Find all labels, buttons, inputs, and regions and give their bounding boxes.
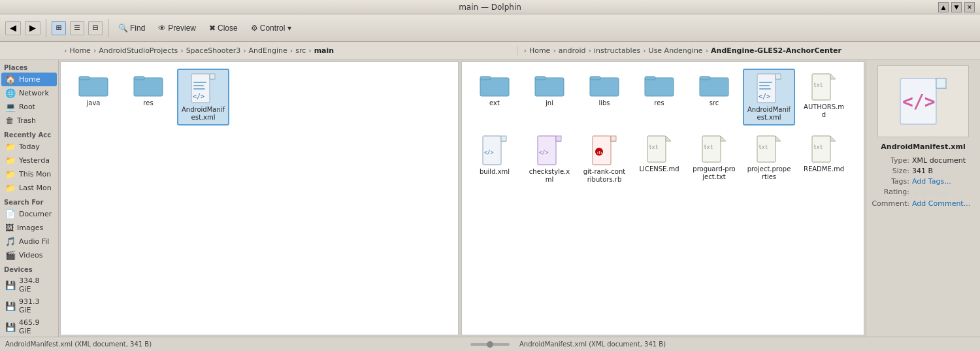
file-item-proguard[interactable]: txt proguard-project.txt [688, 131, 740, 188]
svg-text:</>: </> [484, 150, 494, 156]
androidmanifest-right-name: AndroidManifest.xml [747, 106, 791, 122]
toolbar-separator-1 [46, 19, 46, 37]
rsep2: › [589, 46, 591, 55]
file-item-java[interactable]: java [67, 69, 120, 125]
preview-comment-link[interactable]: Add Comment... [912, 199, 970, 208]
file-item-authors[interactable]: txt AUTHORS.md [798, 69, 850, 125]
find-button[interactable]: 🔍 Find [114, 21, 150, 35]
svg-text:</>: </> [539, 150, 549, 156]
zoom-slider-thumb[interactable] [487, 341, 493, 348]
sidebar-item-dev1[interactable]: 💾 334.8 GiE [1, 275, 57, 295]
file-item-buildxml[interactable]: </> build.xml [468, 131, 521, 188]
preview-label: Preview [168, 24, 196, 33]
breadcrumb-androidstudioprojects[interactable]: AndroidStudioProjects [99, 46, 178, 55]
sidebar-item-audio[interactable]: 🎵 Audio Fil [1, 235, 57, 248]
java-folder-icon [78, 73, 109, 97]
control-icon: ⚙ [251, 24, 258, 33]
sidebar-scroll[interactable]: Places 🏠 Home 🌐 Network 💻 Root 🗑 Trash R… [0, 60, 58, 337]
svg-rect-1 [79, 76, 90, 80]
src-right-name: src [710, 99, 719, 107]
file-item-androidmanifest-right[interactable]: </> AndroidManifest.xml [743, 69, 795, 125]
breadcrumb-r-andengine-gles2[interactable]: AndEngine-GLES2-AnchorCenter [711, 46, 841, 55]
svg-rect-13 [535, 78, 564, 96]
sidebar-item-network[interactable]: 🌐 Network [1, 86, 57, 100]
minimize-button[interactable]: ▲ [938, 2, 949, 12]
preview-panel: </> AndroidManifest.xml Type: XML docume… [866, 60, 980, 337]
sidebar-documents-label: Documer [19, 210, 52, 218]
svg-text:txt: txt [813, 144, 823, 150]
preview-type-value: XML document [912, 156, 966, 165]
svg-text:</>: </> [759, 93, 770, 100]
file-item-properties[interactable]: txt project.properties [743, 131, 795, 188]
file-item-license[interactable]: txt LICENSE.md [633, 131, 685, 188]
breadcrumb-r-android[interactable]: android [559, 46, 586, 55]
preview-comment-label: Comment: [872, 199, 909, 208]
breadcrumb-r-useandengine[interactable]: Use Andengine [649, 46, 703, 55]
breadcrumb-andengine[interactable]: AndEngine [249, 46, 287, 55]
file-item-res[interactable]: res [122, 69, 174, 125]
control-button[interactable]: ⚙ Control ▾ [246, 21, 296, 35]
network-icon: 🌐 [5, 88, 16, 98]
gitrank-icon: rb [591, 135, 617, 166]
sidebar-item-today[interactable]: 📁 Today [1, 140, 57, 154]
preview-stars[interactable]: ☆☆☆☆☆ [912, 188, 950, 197]
main-layout: Places 🏠 Home 🌐 Network 💻 Root 🗑 Trash R… [0, 60, 980, 337]
maximize-button[interactable]: ▼ [951, 2, 962, 12]
file-item-readme[interactable]: txt README.md [798, 131, 850, 188]
file-item-jni[interactable]: jni [523, 69, 576, 125]
sidebar-item-documents[interactable]: 📄 Documer [1, 207, 57, 221]
breadcrumb-root-sep-left: › [64, 46, 67, 55]
sidebar-item-lastmon[interactable]: 📁 Last Mon [1, 181, 57, 195]
sidebar-item-thismon[interactable]: 📁 This Mon [1, 167, 57, 181]
file-item-ext[interactable]: ext [468, 69, 521, 125]
breadcrumb-src[interactable]: src [295, 46, 306, 55]
sidebar-root-label: Root [19, 103, 35, 111]
buildxml-icon: </> [482, 135, 508, 166]
breadcrumb-main[interactable]: main [314, 46, 335, 55]
androidmanifest-xml-icon-right: </> [756, 73, 782, 104]
toolbar-separator-2 [108, 19, 108, 37]
svg-rect-41 [611, 136, 616, 141]
file-item-res-right[interactable]: res [633, 69, 685, 125]
close-file-button[interactable]: ✖ Close [204, 21, 242, 35]
back-button[interactable]: ◀ [5, 21, 21, 35]
breadcrumb-r-home[interactable]: Home [529, 46, 550, 55]
sidebar-item-trash[interactable]: 🗑 Trash [1, 114, 57, 127]
sidebar-item-dev3[interactable]: 💾 465.9 GiE [1, 316, 57, 337]
left-file-panel[interactable]: java res [60, 61, 459, 335]
sep2: › [180, 46, 183, 55]
libs-folder-icon [589, 73, 620, 97]
breadcrumb-r-instructables[interactable]: instructables [594, 46, 640, 55]
statusbar-right-text: AndroidManifest.xml (XML document, 341 B… [519, 341, 975, 348]
forward-button[interactable]: ▶ [25, 21, 41, 35]
sidebar-item-root[interactable]: 💻 Root [1, 100, 57, 114]
sidebar-item-videos[interactable]: 🎬 Videos [1, 248, 57, 262]
preview-tags-link[interactable]: Add Tags... [912, 177, 951, 186]
view-icons-button[interactable]: ⊞ [52, 21, 66, 35]
sidebar-videos-label: Videos [19, 251, 43, 259]
view-list-button[interactable]: ☰ [70, 21, 84, 35]
sidebar-item-yesterday[interactable]: 📁 Yesterda [1, 154, 57, 167]
sidebar-item-images[interactable]: 🖼 Images [1, 221, 57, 235]
file-item-gitrank[interactable]: rb git-rank-contributors.rb [578, 131, 630, 188]
sidebar-item-dev2[interactable]: 💾 931.3 GiE [1, 295, 57, 316]
preview-button[interactable]: 👁 Preview [154, 21, 201, 35]
breadcrumb-home[interactable]: Home [69, 46, 90, 55]
svg-rect-6 [210, 74, 215, 79]
svg-rect-24 [759, 82, 772, 83]
rsep3: › [643, 46, 645, 55]
right-file-panel[interactable]: ext jni [461, 61, 864, 335]
breadcrumb-spaceshooter3[interactable]: SpaceShooter3 [186, 46, 241, 55]
file-item-libs[interactable]: libs [578, 69, 630, 125]
file-item-checkstyle[interactable]: </> checkstyle.xml [523, 131, 576, 188]
checkstyle-name: checkstyle.xml [527, 168, 572, 184]
titlebar-buttons: ▲ ▼ ✕ [938, 2, 975, 12]
file-item-androidmanifest-left[interactable]: </> AndroidManifest.xml [177, 69, 229, 125]
zoom-slider[interactable] [470, 343, 510, 346]
view-columns-button[interactable]: ⊟ [88, 21, 103, 35]
svg-marker-54 [830, 136, 836, 141]
file-item-src-right[interactable]: src [688, 69, 740, 125]
close-button[interactable]: ✕ [964, 2, 975, 12]
rsep1: › [553, 46, 555, 55]
sidebar-item-home[interactable]: 🏠 Home [1, 73, 57, 86]
